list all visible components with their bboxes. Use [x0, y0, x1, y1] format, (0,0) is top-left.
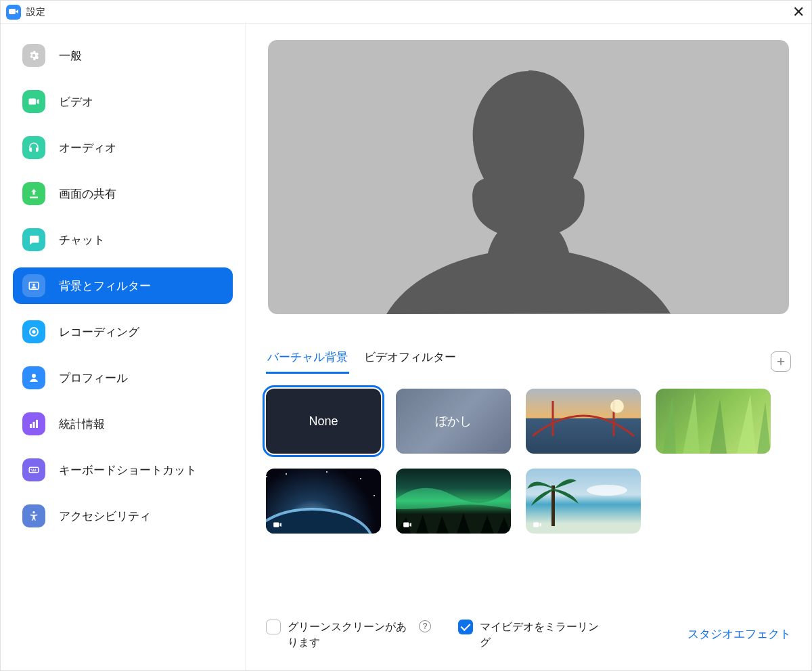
greenscreen-checkbox[interactable] [266, 620, 281, 634]
mirror-label: マイビデオをミラーリング [480, 619, 602, 650]
svg-point-22 [326, 471, 328, 473]
background-option-blur[interactable]: ぼかし [396, 389, 511, 454]
add-background-button[interactable] [771, 351, 791, 372]
sidebar-item-label: 統計情報 [59, 416, 105, 432]
headphones-icon [22, 136, 45, 159]
sidebar-item-accessibility[interactable]: アクセシビリティ [13, 498, 233, 534]
video-badge-icon [271, 520, 284, 529]
mirror-checkbox[interactable] [458, 620, 473, 634]
record-icon [22, 320, 45, 343]
background-label: None [309, 414, 338, 429]
greenscreen-checkbox-group: グリーンスクリーンがあります ? [266, 619, 431, 650]
svg-rect-7 [36, 420, 38, 428]
svg-rect-19 [656, 389, 771, 454]
sidebar-item-label: レコーディング [59, 324, 139, 340]
sidebar-item-label: アクセシビリティ [59, 508, 151, 524]
svg-point-1 [32, 284, 35, 286]
background-option-grass[interactable] [656, 389, 771, 454]
gear-icon [22, 44, 45, 67]
video-badge-icon [531, 520, 543, 529]
help-icon[interactable]: ? [419, 620, 431, 632]
sidebar-item-background[interactable]: 背景とフィルター [13, 267, 233, 304]
sidebar-item-label: プロフィール [59, 370, 128, 386]
sidebar-item-label: ビデオ [59, 94, 93, 110]
sidebar: 一般 ビデオ オーディオ 画面の共有 [1, 24, 246, 670]
sidebar-item-chat[interactable]: チャット [13, 221, 233, 258]
sidebar-item-profile[interactable]: プロフィール [13, 360, 233, 396]
background-grid: None ぼかし [266, 389, 791, 534]
accessibility-icon [22, 504, 45, 527]
background-option-none[interactable]: None [266, 389, 381, 454]
titlebar-left: 設定 [6, 5, 45, 20]
background-option-earth[interactable] [266, 469, 381, 534]
titlebar: 設定 ✕ [1, 1, 811, 24]
sidebar-item-video[interactable]: ビデオ [13, 83, 233, 120]
background-option-beach[interactable] [526, 469, 641, 534]
background-option-bridge[interactable] [526, 389, 641, 454]
sidebar-item-recording[interactable]: レコーディング [13, 313, 233, 350]
sidebar-item-keyboard[interactable]: キーボードショートカット [13, 452, 233, 488]
svg-rect-8 [29, 467, 39, 473]
close-icon[interactable]: ✕ [784, 5, 805, 20]
bridge-thumb [526, 389, 641, 454]
stats-icon [22, 412, 45, 435]
tabs: バーチャル背景 ビデオフィルター [266, 349, 457, 374]
sidebar-item-label: キーボードショートカット [59, 462, 197, 478]
app-icon [6, 5, 21, 20]
sidebar-item-share[interactable]: 画面の共有 [13, 175, 233, 212]
keyboard-icon [22, 458, 45, 481]
tabs-row: バーチャル背景 ビデオフィルター [266, 349, 791, 374]
sidebar-item-stats[interactable]: 統計情報 [13, 406, 233, 442]
background-icon [22, 274, 45, 297]
svg-rect-5 [30, 424, 32, 428]
svg-point-23 [360, 478, 361, 479]
video-badge-icon [401, 520, 413, 529]
video-preview [268, 40, 789, 314]
svg-point-18 [610, 399, 624, 413]
svg-point-13 [32, 511, 35, 513]
mirror-checkbox-group: マイビデオをミラーリング [458, 619, 602, 650]
svg-point-20 [266, 476, 267, 477]
sidebar-item-label: チャット [59, 232, 105, 248]
sidebar-item-audio[interactable]: オーディオ [13, 129, 233, 166]
grass-thumb [656, 389, 771, 454]
settings-window: 設定 ✕ 一般 ビデオ オーディオ [0, 0, 812, 671]
chat-icon [22, 228, 45, 251]
studio-effects-link[interactable]: スタジオエフェクト [687, 626, 791, 642]
svg-point-3 [32, 330, 35, 333]
profile-icon [22, 366, 45, 389]
greenscreen-label: グリーンスクリーンがあります [288, 619, 409, 650]
main-content: バーチャル背景 ビデオフィルター None ぼかし [246, 24, 811, 670]
tab-video-filter[interactable]: ビデオフィルター [363, 349, 457, 374]
plus-icon [775, 356, 786, 367]
video-icon [22, 90, 45, 113]
avatar-silhouette-icon [383, 57, 674, 314]
sidebar-item-general[interactable]: 一般 [13, 37, 233, 74]
sidebar-item-label: 一般 [59, 48, 82, 64]
window-title: 設定 [26, 6, 45, 18]
svg-rect-27 [551, 485, 555, 526]
svg-point-4 [32, 374, 36, 378]
svg-point-28 [587, 485, 627, 496]
svg-rect-6 [33, 422, 35, 428]
body: 一般 ビデオ オーディオ 画面の共有 [1, 24, 811, 670]
background-label: ぼかし [435, 413, 472, 429]
sidebar-item-label: 画面の共有 [59, 186, 116, 202]
share-screen-icon [22, 182, 45, 205]
sidebar-item-label: 背景とフィルター [59, 278, 151, 294]
svg-point-24 [374, 495, 375, 496]
tab-virtual-background[interactable]: バーチャル背景 [266, 349, 349, 374]
svg-point-21 [286, 473, 287, 475]
background-option-aurora[interactable] [396, 469, 511, 534]
sidebar-item-label: オーディオ [59, 140, 116, 156]
footer-options: グリーンスクリーンがあります ? マイビデオをミラーリング スタジオエフェクト [266, 619, 791, 664]
